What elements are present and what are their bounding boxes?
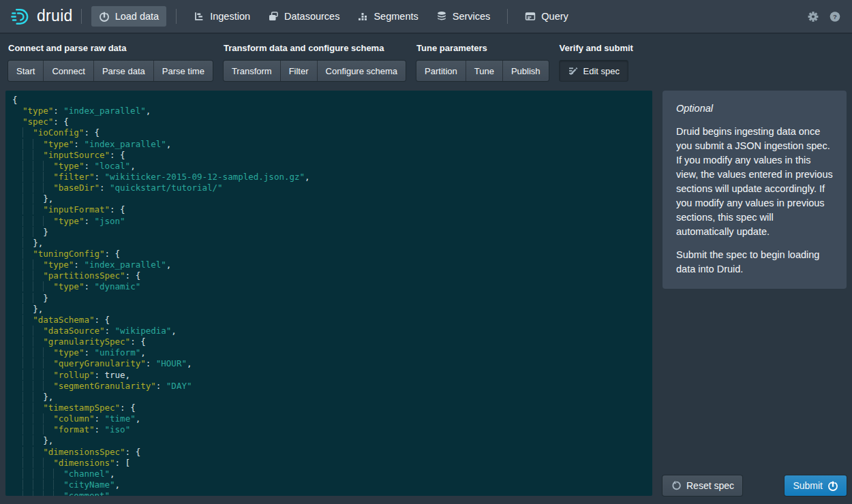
code-line: }, xyxy=(12,238,652,249)
code-line: }, xyxy=(12,435,652,446)
step-configure-schema[interactable]: Configure schema xyxy=(317,61,406,81)
upload-icon xyxy=(99,11,110,22)
code-line: "format": "iso" xyxy=(12,424,652,435)
nav-item-label: Load data xyxy=(115,12,159,22)
navbar-right: ? xyxy=(806,9,842,24)
step-parse-data[interactable]: Parse data xyxy=(93,61,153,81)
action-buttons: Reset spec Submit xyxy=(663,475,847,496)
code-line: "segmentGranularity": "DAY" xyxy=(12,381,652,392)
code-line: "type": "local", xyxy=(12,161,652,172)
code-line: "tuningConfig": { xyxy=(12,249,652,259)
code-line: "partitionsSpec": { xyxy=(12,270,652,281)
code-line: "filter": "wikiticker-2015-09-12-sampled… xyxy=(12,172,652,183)
code-line: "rollup": true, xyxy=(12,370,652,381)
code-line: }, xyxy=(12,193,652,204)
step-filter[interactable]: Filter xyxy=(280,61,317,81)
step-connect[interactable]: Connect xyxy=(43,61,93,81)
code-line: "spec": { xyxy=(12,116,652,127)
code-line: "type": "index_parallel", xyxy=(12,259,652,270)
application-icon xyxy=(525,11,536,22)
step-group-title: Verify and submit xyxy=(560,43,633,54)
druid-logo[interactable]: druid xyxy=(10,6,73,27)
callout-paragraph: Druid begins ingesting data once you sub… xyxy=(676,125,833,239)
spec-code: { "type": "index_parallel", "spec": { "i… xyxy=(12,95,652,496)
code-line: "column": "time", xyxy=(12,413,652,424)
step-label: Start xyxy=(16,67,35,76)
code-line: "dimensions": [ xyxy=(12,458,652,469)
stacked-chart-icon xyxy=(357,11,368,22)
code-line: "baseDir": "quickstart/tutorial/" xyxy=(12,183,652,193)
code-line: }, xyxy=(12,304,652,315)
edit-spec-icon xyxy=(568,65,579,76)
step-start[interactable]: Start xyxy=(8,61,43,81)
code-line: "inputSource": { xyxy=(12,150,652,161)
code-line: "ioConfig": { xyxy=(12,127,652,138)
step-transform[interactable]: Transform xyxy=(224,61,280,81)
settings-gear-button[interactable] xyxy=(806,9,821,24)
nav-item-load-data[interactable]: Load data xyxy=(91,6,167,27)
nav-divider xyxy=(81,9,82,24)
druid-logo-icon xyxy=(10,6,31,27)
code-line: "type": "json" xyxy=(12,216,652,227)
database-icon xyxy=(436,11,447,22)
nav-item-segments[interactable]: Segments xyxy=(350,6,425,27)
code-line: "type": "uniform", xyxy=(12,347,652,358)
main-area: { "type": "index_parallel", "spec": { "i… xyxy=(0,91,852,504)
code-line: "inputFormat": { xyxy=(12,204,652,215)
step-label: Parse data xyxy=(102,67,145,76)
step-label: Parse time xyxy=(162,67,204,76)
nav-item-services[interactable]: Services xyxy=(429,6,498,27)
step-partition[interactable]: Partition xyxy=(416,61,466,81)
nav-divider xyxy=(176,9,177,24)
upload-icon xyxy=(827,480,838,491)
nav-divider xyxy=(507,9,508,24)
nav-item-label: Datasources xyxy=(284,12,339,22)
step-edit-spec[interactable]: Edit spec xyxy=(560,61,628,81)
step-group: Verify and submitEdit spec xyxy=(560,43,633,81)
step-parse-time[interactable]: Parse time xyxy=(153,61,213,81)
side-panel: Optional Druid begins ingesting data onc… xyxy=(663,91,847,496)
code-line: "comment", xyxy=(12,490,652,496)
step-tune[interactable]: Tune xyxy=(466,61,502,81)
nav-item-ingestion[interactable]: Ingestion xyxy=(186,6,258,27)
brand-text: druid xyxy=(37,8,73,25)
druid-console: druid Load data IngestionDatasourcesSegm… xyxy=(0,0,852,504)
code-line: "cityName", xyxy=(12,479,652,490)
code-line: "channel", xyxy=(12,469,652,479)
code-line: "queryGranularity": "HOUR", xyxy=(12,358,652,369)
help-button[interactable]: ? xyxy=(827,9,842,24)
nav-items: IngestionDatasourcesSegmentsServicesQuer… xyxy=(185,6,577,27)
step-button-group: PartitionTunePublish xyxy=(416,61,549,81)
code-line: }, xyxy=(12,392,652,403)
code-line: "timestampSpec": { xyxy=(12,403,652,413)
nav-item-datasources[interactable]: Datasources xyxy=(260,6,347,27)
nav-item-query[interactable]: Query xyxy=(517,6,576,27)
step-publish[interactable]: Publish xyxy=(502,61,549,81)
callout-paragraph: Submit the spec to begin loading data in… xyxy=(676,248,833,277)
multi-select-icon xyxy=(268,11,279,22)
code-line: "type": "index_parallel", xyxy=(12,139,652,150)
step-group: Tune parametersPartitionTunePublish xyxy=(416,43,549,81)
reset-spec-label: Reset spec xyxy=(686,481,734,490)
code-line: "dataSchema": { xyxy=(12,315,652,326)
nav-item-label: Segments xyxy=(374,12,418,22)
gear-icon xyxy=(808,11,819,22)
code-line: "type": "dynamic" xyxy=(12,281,652,292)
help-icon: ? xyxy=(830,11,840,22)
spec-editor[interactable]: { "type": "index_parallel", "spec": { "i… xyxy=(5,91,652,496)
step-label: Tune xyxy=(474,67,494,76)
submit-button[interactable]: Submit xyxy=(785,475,847,496)
code-line: "dimensionsSpec": { xyxy=(12,447,652,458)
step-group: Connect and parse raw dataStartConnectPa… xyxy=(8,43,213,81)
optional-callout: Optional Druid begins ingesting data onc… xyxy=(663,91,847,289)
reset-icon xyxy=(671,480,682,491)
step-label: Partition xyxy=(425,67,457,76)
nav-item-label: Query xyxy=(541,12,568,22)
step-label: Configure schema xyxy=(326,67,398,76)
step-nav: Connect and parse raw dataStartConnectPa… xyxy=(0,33,852,91)
code-line: "type": "index_parallel", xyxy=(12,106,652,116)
code-line: "granularitySpec": { xyxy=(12,336,652,347)
step-label: Connect xyxy=(52,67,85,76)
step-label: Edit spec xyxy=(583,67,620,76)
reset-spec-button[interactable]: Reset spec xyxy=(663,475,742,496)
